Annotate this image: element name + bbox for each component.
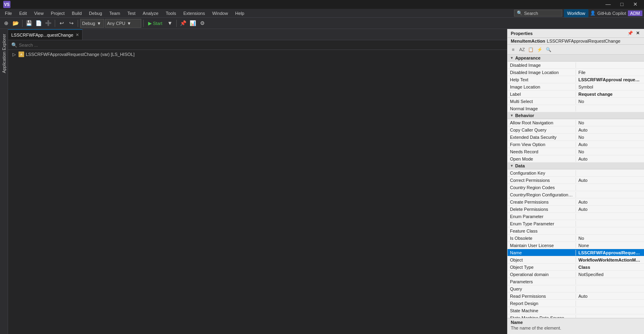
menu-analyze[interactable]: Analyze [140,9,162,17]
toolbar-add-btn[interactable]: ➕ [44,19,53,28]
prop-row[interactable]: Report Design [508,300,644,307]
menu-file[interactable]: File [2,9,15,17]
prop-type-label: MenuItemAction [511,39,545,43]
prop-row[interactable]: Object TypeClass [508,264,644,271]
debug-dropdown[interactable]: Debug ▼ [80,19,104,28]
prop-row[interactable]: Copy Caller QueryAuto [508,126,644,134]
menu-edit[interactable]: Edit [16,9,30,17]
prop-row[interactable]: Country Region Codes [508,184,644,191]
prop-footer-desc: The name of the element. [511,326,641,330]
prop-row[interactable]: Enum Type Parameter [508,220,644,227]
prop-row[interactable]: Disabled Image LocationFile [508,69,644,76]
run-dropdown-btn[interactable]: ▼ [165,19,174,28]
toolbar: ⊕ 📂 💾 📄 ➕ ↩ ↪ Debug ▼ Any CPU ▼ ▶ Start … [0,18,644,29]
properties-toolbar: ≡ AZ 📋 ⚡ 🔍 [508,45,644,55]
prop-row[interactable]: Operational domainNotSpecified [508,271,644,278]
prop-search-btn[interactable]: 🔍 [545,45,553,54]
prop-row-name: Help Text [508,77,576,82]
prop-row[interactable]: Multi SelectNo [508,98,644,105]
properties-pin-btn[interactable]: 📌 [627,30,634,37]
adm-button[interactable]: ADM [628,10,642,16]
app-explorer-label[interactable]: Application Explorer [0,31,8,76]
prop-row[interactable]: LabelRequest change [508,91,644,98]
prop-section-appearance[interactable]: ▼Appearance [508,55,644,62]
toolbar-redo-btn[interactable]: ↪ [67,19,76,28]
prop-categorized-btn[interactable]: ≡ [509,45,517,54]
tree-item-root[interactable]: ▷ A LSSCRFWFApprovalRequestChange (var) … [8,51,507,58]
prop-row[interactable]: Is ObsoleteNo [508,235,644,242]
prop-row-name: State Machine Data Source [508,315,576,318]
prop-row[interactable]: Normal Image [508,105,644,112]
toolbar-undo-btn[interactable]: ↩ [57,19,66,28]
editor-search-input[interactable] [19,43,99,47]
menu-build[interactable]: Build [69,9,85,17]
prop-row[interactable]: Enum Parameter [508,213,644,220]
prop-section-behavior[interactable]: ▼Behavior [508,112,644,119]
prop-row[interactable]: Feature Class [508,227,644,235]
main-area: Application Explorer LSSCRFWFApp...quest… [0,29,644,334]
run-button[interactable]: ▶ Start [146,19,165,28]
prop-row[interactable]: Image LocationSymbol [508,83,644,91]
menu-view[interactable]: View [31,9,47,17]
menu-test[interactable]: Test [124,9,138,17]
prop-row[interactable]: NameLSSCRFWFApprovalRequestChange [508,249,644,256]
prop-row[interactable]: Open ModeAuto [508,155,644,163]
prop-row[interactable]: Correct PermissionsAuto [508,177,644,184]
prop-row[interactable]: Disabled Image [508,62,644,69]
toolbar-diag-btn[interactable]: ⚙ [198,19,207,28]
properties-close-btn[interactable]: ✕ [634,30,641,37]
prop-row[interactable]: Parameters [508,278,644,285]
prop-row[interactable]: Query [508,285,644,293]
cpu-dropdown[interactable]: Any CPU ▼ [105,19,141,28]
prop-row[interactable]: State Machine Data Source [508,314,644,318]
prop-section-data[interactable]: ▼Data [508,163,644,169]
copilot-icon: 👤 [590,10,596,16]
menu-extensions[interactable]: Extensions [180,9,208,17]
prop-row-value [576,65,644,66]
app-explorer-tab[interactable]: Application Explorer [0,29,8,334]
menu-debug[interactable]: Debug [86,9,105,17]
close-button[interactable]: ✕ [630,0,641,9]
editor-tab-active[interactable]: LSSCRFWFApp...questChange ✕ [8,29,83,40]
menu-help[interactable]: Help [232,9,248,17]
prop-row-value: Auto [576,127,644,133]
menu-team[interactable]: Team [106,9,124,17]
menu-window[interactable]: Window [209,9,231,17]
toolbar-attach-btn[interactable]: 📌 [179,19,188,28]
prop-row[interactable]: State Machine [508,307,644,314]
menu-workflow[interactable]: Workflow [564,9,588,17]
editor-search-bar: 🔍 [8,40,507,50]
prop-row[interactable]: Extended Data SecurityNo [508,134,644,141]
prop-row[interactable]: ObjectWorkflowWorkItemActionManager [508,256,644,264]
prop-row[interactable]: Form View OptionAuto [508,141,644,148]
toolbar-open-btn[interactable]: 📂 [11,19,20,28]
tab-close-icon[interactable]: ✕ [76,33,79,37]
prop-row[interactable]: Delete PermissionsAuto [508,206,644,213]
prop-row[interactable]: Create PermissionsAuto [508,198,644,206]
toolbar-new-btn[interactable]: ⊕ [2,19,10,28]
toolbar-save-all-btn[interactable]: 💾 [25,19,33,28]
prop-events-btn[interactable]: ⚡ [536,45,544,54]
prop-row-value: LSSCRFWFApprovalRequestChange [576,250,644,256]
toolbar-save-btn[interactable]: 📄 [34,19,43,28]
prop-row[interactable]: Country/Region Configuration Ke [508,191,644,198]
prop-row[interactable]: Allow Root NavigationNo [508,119,644,126]
prop-row-name: Parameters [508,279,576,285]
prop-row-value: Auto [576,206,644,212]
menu-tools[interactable]: Tools [163,9,180,17]
prop-property-pages-btn[interactable]: 📋 [527,45,535,54]
toolbar-perf-btn[interactable]: 📊 [188,19,197,28]
prop-row[interactable]: Needs RecordNo [508,148,644,155]
minimize-button[interactable]: — [602,0,614,9]
prop-row-name: Open Mode [508,156,576,162]
maximize-button[interactable]: □ [617,0,627,9]
prop-row[interactable]: Maintain User LicenseNone [508,242,644,249]
prop-alphabetical-btn[interactable]: AZ [518,45,526,54]
title-bar-right: — □ ✕ [602,0,641,9]
prop-row[interactable]: Help TextLSSCRFWFApproval request change… [508,76,644,83]
prop-row[interactable]: Read PermissionsAuto [508,293,644,300]
prop-row[interactable]: Configuration Key [508,169,644,177]
menu-project[interactable]: Project [47,9,68,17]
prop-row-value [576,187,644,188]
search-box[interactable]: 🔍 Search [514,10,562,16]
